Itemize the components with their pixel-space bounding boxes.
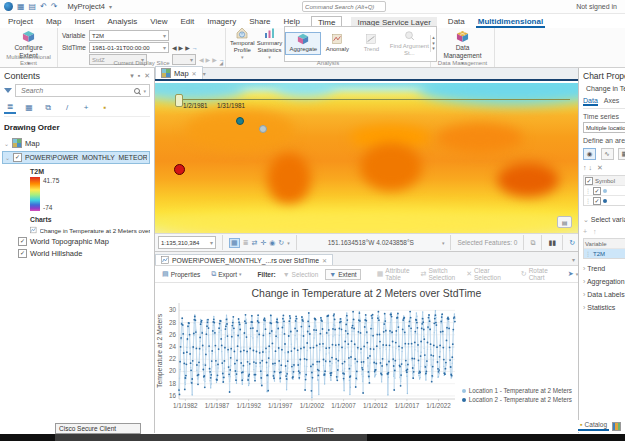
status-chevron-icon[interactable]: ▾	[287, 240, 290, 246]
variable-combobox[interactable]: T2M▾	[89, 30, 169, 41]
rp-tab-data[interactable]: Data	[583, 97, 598, 106]
save-project-icon[interactable]: ▤	[29, 2, 37, 11]
swap-icon[interactable]: ⇄	[252, 239, 258, 247]
layer-checkbox[interactable]: ✓	[13, 153, 22, 162]
command-search-input[interactable]	[302, 1, 386, 12]
section-data-labels[interactable]: Data Labels	[587, 291, 624, 298]
legend-item-location-1[interactable]: Location 1 - Temperature at 2 Meters	[462, 387, 572, 394]
aggregation-expand-icon[interactable]: ›	[583, 278, 585, 285]
row-down-icon[interactable]: ↓	[588, 164, 592, 171]
map-tab-close-icon[interactable]: ✕	[192, 70, 197, 77]
time-slider-track[interactable]	[177, 99, 570, 100]
selected-features-count[interactable]: Selected Features: 0	[457, 239, 517, 246]
advance-icon[interactable]: →	[192, 45, 198, 51]
map-notification-icon[interactable]: ▤	[557, 216, 572, 228]
tree-item-map[interactable]: Map	[25, 139, 40, 148]
tree-item-layer[interactable]: ⌄ ✓ POWER\POWER_MONTHLY_METEOROLOGY_LST	[2, 151, 150, 164]
summary-statistics-button[interactable]: Summary Statistics▾	[257, 27, 283, 60]
catalog-tab[interactable]: ▪ Catalog	[578, 421, 609, 431]
selected-point-marker[interactable]	[174, 164, 185, 175]
dialog-launcher-icon[interactable]: ◢	[219, 60, 223, 66]
filter-icon[interactable]	[4, 88, 12, 93]
symbol-header-checkbox[interactable]: ✓	[585, 177, 593, 185]
section-statistics[interactable]: Statistics	[587, 304, 615, 311]
list-by-drawing-order-icon[interactable]: ≣	[4, 101, 16, 114]
row-delete-icon[interactable]: ✕	[597, 164, 603, 171]
chart-properties-button[interactable]: ▤Properties	[158, 268, 204, 280]
trend-expand-icon[interactable]: ›	[583, 265, 585, 272]
rp-tab-axes[interactable]: Axes	[604, 97, 620, 106]
tab-multidimensional[interactable]: Multidimensional	[476, 16, 545, 28]
tab-project[interactable]: Project	[6, 16, 35, 28]
map-view-tab[interactable]: Map ✕	[155, 66, 203, 79]
chart-export-button[interactable]: ⧉Export▾	[207, 268, 245, 280]
contents-collapse-icon[interactable]: ▾	[130, 72, 134, 80]
search-chevron-icon[interactable]: ▾	[143, 88, 146, 94]
datalabels-expand-icon[interactable]: ›	[583, 291, 585, 298]
statistics-expand-icon[interactable]: ›	[583, 304, 585, 311]
refresh-icon[interactable]: ↻	[569, 239, 575, 247]
layers-status-icon[interactable]: ≣	[243, 239, 249, 247]
project-chevron-icon[interactable]: ▾	[109, 3, 112, 10]
aoi-line-button[interactable]: ∿	[601, 148, 614, 160]
hillshade-checkbox[interactable]: ✓	[18, 249, 27, 258]
temporal-profile-button[interactable]: Temporal Profile▾	[230, 27, 255, 60]
section-trend[interactable]: Trend	[587, 265, 605, 272]
chart-attribute-table-button[interactable]: ▦Attribute Table	[373, 265, 414, 283]
variable-up-icon[interactable]: ↑	[593, 228, 597, 235]
map-tabbar-chevron-icon[interactable]: ▾	[203, 70, 206, 77]
symbol-row2-swatch[interactable]	[603, 199, 607, 203]
variable-row-t2m[interactable]: ⋮ T2M	[584, 248, 625, 258]
contents-search-input[interactable]	[19, 86, 131, 95]
symbol-row1-checkbox[interactable]: ✓	[593, 187, 601, 195]
move-icon[interactable]: ✛	[260, 239, 266, 247]
trend-button[interactable]: Trend	[354, 33, 388, 53]
location-2-marker[interactable]	[236, 117, 244, 125]
contents-pin-icon[interactable]: ▪	[138, 72, 140, 80]
chart-switch-selection-button[interactable]: ⇄Switch Selection	[417, 265, 460, 283]
project-title[interactable]: MyProject4	[68, 2, 106, 11]
step-first-icon[interactable]: ◀	[172, 44, 177, 51]
list-by-snapping-icon[interactable]: +	[80, 102, 92, 113]
chart-view-tab[interactable]: POWER\POWER_MONTHLY_...rs over StdTime ✕	[155, 254, 333, 265]
chart-tab-close-icon[interactable]: ✕	[322, 257, 327, 264]
step-last-icon[interactable]: ▶	[185, 44, 190, 51]
aoi-point-button[interactable]: ◉	[583, 148, 596, 160]
tab-view[interactable]: View	[148, 16, 169, 28]
chart-tabbar-chevron-icon[interactable]: ▾	[572, 256, 575, 263]
play-icon[interactable]: ▶	[179, 44, 184, 51]
topo-checkbox[interactable]: ✓	[18, 237, 27, 246]
undo-icon[interactable]: ↶	[40, 2, 47, 11]
sign-in-status[interactable]: Not signed in	[576, 3, 617, 10]
location-1-marker[interactable]	[259, 125, 267, 133]
list-by-data-source-icon[interactable]: ▦	[23, 102, 35, 113]
scale-combobox[interactable]: 1:135,310,384▾	[158, 236, 216, 249]
tree-item-hillshade[interactable]: World Hillshade	[30, 249, 82, 258]
list-by-labeling-icon[interactable]: ▪	[99, 102, 111, 113]
row-up-icon[interactable]: ↑	[583, 164, 587, 171]
time-series-combobox[interactable]: Multiple locations▾	[583, 122, 625, 133]
windows-taskbar-segment[interactable]	[55, 434, 367, 441]
aggregate-button[interactable]: Aggregate	[286, 33, 320, 53]
tab-data[interactable]: Data	[446, 16, 467, 28]
rotate-icon[interactable]: ↻	[278, 239, 284, 247]
chart-properties-dock-icon[interactable]	[612, 422, 621, 431]
aoi-polygon-button[interactable]: ▦	[618, 148, 625, 160]
chart-clear-selection-button[interactable]: ✕Clear Selection	[462, 265, 505, 283]
symbol-row-1[interactable]: ⋮ ✓	[584, 185, 625, 195]
chart-filter-extent-button[interactable]: ▼Extent	[325, 269, 360, 280]
coordinates-readout[interactable]: 151.1634518°W 4.0243858°S	[303, 239, 439, 246]
redo-icon[interactable]: ↷	[51, 2, 58, 11]
tree-item-topo[interactable]: World Topographic Map	[30, 237, 109, 246]
tab-edit[interactable]: Edit	[178, 16, 196, 28]
sound-icon[interactable]: ◉	[269, 239, 275, 247]
select-variables-expand-icon[interactable]: ⌄	[583, 216, 589, 223]
map-expand-icon[interactable]: ⌄	[4, 140, 9, 147]
chart-rotate-button[interactable]: ↻Rotate Chart	[517, 265, 552, 283]
add-variable-icon[interactable]: +	[583, 228, 587, 235]
list-by-editing-icon[interactable]: /	[61, 102, 73, 113]
layer-expand-icon[interactable]: ⌄	[5, 154, 10, 161]
bars-icon[interactable]: ▮▮	[548, 239, 556, 247]
list-by-selection-icon[interactable]: ⧉	[42, 102, 54, 113]
symbol-row1-swatch[interactable]	[603, 189, 607, 193]
